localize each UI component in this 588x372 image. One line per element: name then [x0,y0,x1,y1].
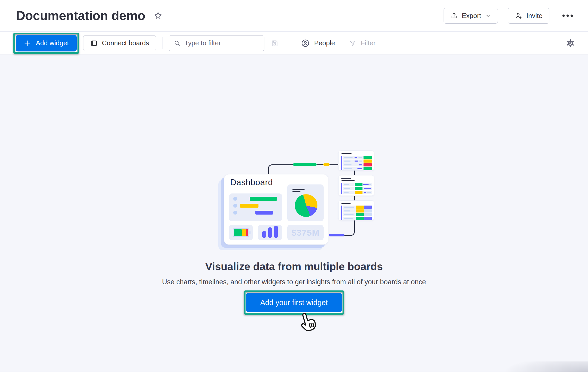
mini-board-2 [338,175,374,196]
header: Documentation demo Export [0,0,588,32]
header-left: Documentation demo [16,8,163,23]
connector-board1-board2 [354,171,355,176]
metric-widget: $375M [287,225,324,240]
connector-green-segment [293,163,317,166]
export-label: Export [462,12,481,20]
chevron-down-icon [485,13,491,19]
mini-board-3 [338,200,374,220]
gantt-widget [229,193,282,221]
bar-chart-widget [258,225,282,240]
cta-annotation-frame: Add your first widget [244,290,344,315]
funnel-icon [349,39,357,47]
battery-widget [229,225,253,240]
invite-button[interactable]: Invite [508,8,549,24]
connect-boards-label: Connect boards [102,39,149,47]
search-icon [174,40,181,47]
toolbar: Add widget Connect boards [0,32,588,55]
empty-state-heading: Visualize data from multiple boards [0,261,588,273]
search-input[interactable] [184,39,260,47]
connector-bottom [343,220,355,236]
connect-boards-button[interactable]: Connect boards [83,35,156,51]
plus-icon [23,39,31,47]
header-right: Export Invite [444,8,576,24]
dashboard-page: Documentation demo Export [0,0,588,372]
connector-purple-segment [329,234,344,236]
invite-label: Invite [526,12,542,20]
add-widget-annotation-frame: Add widget [13,33,79,54]
favorite-star-icon[interactable] [153,11,163,20]
save-floppy-icon [271,39,279,47]
filter-label: Filter [361,39,376,47]
mini-board-1 [338,150,374,171]
illustration-dashboard-card: Dashboard [224,174,328,245]
dashboard-illustration: Dashboard [219,149,384,252]
page-title: Documentation demo [16,8,145,23]
illustration-dashboard-title: Dashboard [230,178,273,187]
dashboard-card-shadow-outer [218,180,323,250]
save-filter-button[interactable] [271,39,279,47]
board-panel-icon [90,39,98,47]
invite-person-icon [515,12,522,20]
export-icon [451,12,458,19]
person-circle-icon [301,39,310,48]
ellipsis-icon [562,14,574,17]
filter-search-field [169,35,264,51]
dashboard-empty-state: Dashboard [0,55,588,372]
more-options-button[interactable] [559,11,576,20]
connector-yellow-segment [323,163,330,166]
advanced-filter-button[interactable]: Filter [345,37,379,50]
gear-icon [565,38,575,48]
add-widget-button[interactable]: Add widget [16,35,77,51]
toolbar-divider [162,37,162,49]
dashboard-settings-button[interactable] [565,38,575,48]
empty-state-subtext: Use charts, timelines, and other widgets… [0,278,588,286]
people-label: People [314,39,335,47]
people-filter-button[interactable]: People [297,36,339,50]
corner-shadow [495,361,588,372]
export-button[interactable]: Export [444,8,498,24]
add-widget-label: Add widget [36,39,69,47]
toolbar-divider [291,37,291,49]
add-first-widget-button[interactable]: Add your first widget [246,293,342,312]
connector-board2-board3 [354,196,355,201]
dashboard-card-shadow-inner [221,177,325,248]
metric-value: $375M [291,228,319,238]
pie-chart-widget [287,184,324,221]
connector-top [268,164,339,175]
pie-chart [295,194,317,217]
